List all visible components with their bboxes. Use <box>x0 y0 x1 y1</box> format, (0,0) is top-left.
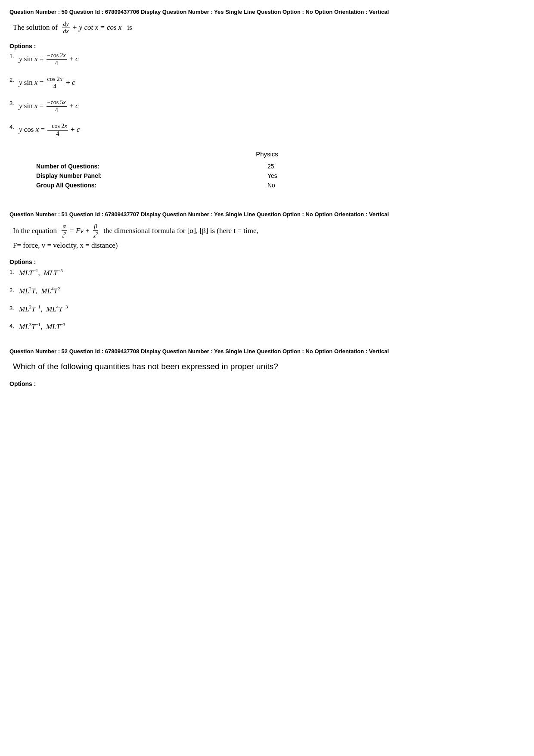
fraction-alpha-t2: α t2 <box>61 223 67 240</box>
q50-option-3-num: 3. <box>9 99 19 106</box>
q50-option-4-num: 4. <box>9 123 19 130</box>
physics-label-2: Display Number Panel: <box>10 172 267 181</box>
q51-option-3-num: 3. <box>9 304 19 311</box>
q51-body-line2: F= force, v = velocity, x = distance) <box>13 241 118 249</box>
physics-row-1: Number of Questions: 25 <box>10 163 524 171</box>
physics-label-1: Number of Questions: <box>10 163 267 171</box>
q52-header: Question Number : 52 Question Id : 67809… <box>9 347 525 356</box>
q50-equation: dy dx + y cot x = cos x <box>61 23 123 31</box>
q51-body-line1-prefix: In the equation <box>13 227 59 235</box>
q50-option-2: 2. y sin x = cos 2x 4 + c <box>9 76 525 91</box>
physics-section-title: Physics <box>256 150 278 158</box>
q52-options-label: Options : <box>9 380 525 387</box>
fraction-cos2x-4: cos 2x 4 <box>47 76 63 91</box>
q51-option-1-content: MLT−1, MLT−3 <box>19 268 525 277</box>
q50-option-2-num: 2. <box>9 76 19 83</box>
question-50: Question Number : 50 Question Id : 67809… <box>9 8 525 137</box>
fraction-beta-x2: β x2 <box>92 223 99 240</box>
fraction-dy-dx: dy dx <box>62 21 69 36</box>
physics-value-3: No <box>267 182 524 190</box>
physics-row-2: Display Number Panel: Yes <box>10 172 524 181</box>
q51-option-4-num: 4. <box>9 322 19 329</box>
q51-eq-mid: = Fv + <box>70 227 91 235</box>
q50-option-4: 4. y cos x = −cos 2x 4 + c <box>9 123 525 138</box>
q50-options-label: Options : <box>9 43 525 50</box>
q51-option-2-content: ML2T, ML4T2 <box>19 286 525 296</box>
question-51: Question Number : 51 Question Id : 67809… <box>9 210 525 331</box>
q50-option-3: 3. y sin x = −cos 5x 4 + c <box>9 99 525 114</box>
q51-body-line1-suffix: the dimensional formula for [α], [β] is … <box>102 227 258 235</box>
q51-option-1: 1. MLT−1, MLT−3 <box>9 268 525 277</box>
q50-option-1-content: y sin x = −cos 2x 4 + c <box>19 52 525 67</box>
physics-section-table: Number of Questions: 25 Display Number P… <box>9 162 525 191</box>
q51-option-1-num: 1. <box>9 268 19 275</box>
physics-section: Physics Number of Questions: 25 Display … <box>9 150 525 191</box>
fraction-neg-cos2x-4b: −cos 2x 4 <box>47 123 68 138</box>
q50-option-2-content: y sin x = cos 2x 4 + c <box>19 76 525 91</box>
q50-option-3-content: y sin x = −cos 5x 4 + c <box>19 99 525 114</box>
physics-label-3: Group All Questions: <box>10 182 267 190</box>
q50-body-suffix: is <box>124 23 132 31</box>
q51-option-2-num: 2. <box>9 286 19 293</box>
q51-option-3-content: ML2T−1, ML4T−3 <box>19 304 525 314</box>
q51-option-2: 2. ML2T, ML4T2 <box>9 286 525 296</box>
q52-body: Which of the following quantities has no… <box>9 360 525 373</box>
q51-option-4: 4. ML3T−1, MLT−3 <box>9 322 525 331</box>
q51-options-label: Options : <box>9 258 525 265</box>
physics-row-3: Group All Questions: No <box>10 182 524 190</box>
q51-option-3: 3. ML2T−1, ML4T−3 <box>9 304 525 314</box>
q50-option-1: 1. y sin x = −cos 2x 4 + c <box>9 52 525 67</box>
physics-value-2: Yes <box>267 172 524 181</box>
q50-header: Question Number : 50 Question Id : 67809… <box>9 8 525 16</box>
question-52: Question Number : 52 Question Id : 67809… <box>9 347 525 387</box>
q51-header: Question Number : 51 Question Id : 67809… <box>9 210 525 219</box>
q51-body: In the equation α t2 = Fv + β x2 the dim… <box>9 223 525 251</box>
physics-value-1: 25 <box>267 163 524 171</box>
q51-option-4-content: ML3T−1, MLT−3 <box>19 322 525 331</box>
q50-option-1-num: 1. <box>9 52 19 59</box>
q50-option-4-content: y cos x = −cos 2x 4 + c <box>19 123 525 138</box>
fraction-neg-cos5x-4: −cos 5x 4 <box>47 99 67 114</box>
q50-body: The solution of dy dx + y cot x = cos x … <box>9 21 525 36</box>
q52-body-text: Which of the following quantities has no… <box>13 362 278 371</box>
q50-body-text: The solution of <box>13 23 59 31</box>
fraction-neg-cos2x-4: −cos 2x 4 <box>47 52 67 67</box>
